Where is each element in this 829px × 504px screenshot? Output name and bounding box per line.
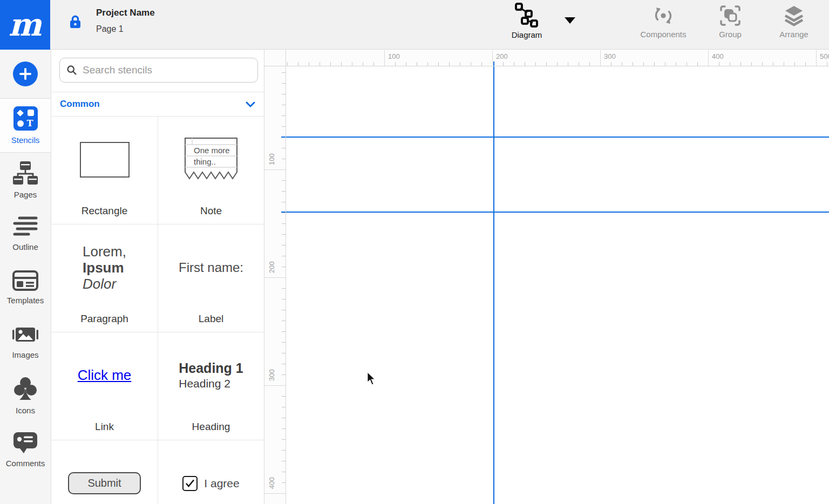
ruler-minor-tick <box>282 288 286 289</box>
stencil-grid: Rectangle One more thing.. Note <box>51 116 264 504</box>
ruler-minor-tick <box>643 62 644 66</box>
ruler-minor-tick <box>481 62 482 66</box>
ruler-tick-label: 300 <box>604 52 616 60</box>
ruler-minor-tick <box>740 62 741 66</box>
guide-horizontal[interactable] <box>286 212 829 213</box>
ruler-minor-tick <box>827 62 827 66</box>
stencil-heading[interactable]: Heading 1 Heading 2 Heading <box>158 332 264 440</box>
ruler-minor-tick <box>568 62 568 66</box>
ruler-minor-tick <box>282 407 286 407</box>
stencil-field-label[interactable]: First name: Label <box>158 224 264 332</box>
ruler-minor-tick <box>460 62 460 66</box>
ruler-minor-tick <box>773 62 773 66</box>
arrange-button[interactable]: Arrange <box>759 3 829 39</box>
ruler-minor-tick <box>751 62 752 66</box>
group-button[interactable]: Group <box>695 3 765 39</box>
ruler-major-tick <box>264 277 286 278</box>
stencil-button[interactable]: Submit <box>51 440 158 504</box>
ruler-minor-tick <box>730 62 730 66</box>
ruler-major-tick <box>264 493 286 494</box>
components-icon <box>628 3 698 28</box>
ruler-minor-tick <box>525 62 525 66</box>
stencil-panel: Common Rectangle One more <box>51 50 264 504</box>
stencil-note[interactable]: One more thing.. Note <box>158 117 264 224</box>
guide-tick <box>281 212 286 213</box>
ruler-minor-tick <box>282 418 286 418</box>
lock-icon[interactable] <box>68 15 83 32</box>
page-name[interactable]: Page 1 <box>96 24 155 34</box>
ruler-minor-tick <box>438 62 439 66</box>
components-label: Components <box>628 30 698 39</box>
components-button[interactable]: Components <box>628 3 698 39</box>
ruler-minor-tick <box>282 396 286 397</box>
diagram-icon <box>501 2 553 28</box>
ruler-minor-tick <box>373 62 374 66</box>
diagram-label: Diagram <box>501 30 553 39</box>
rail-item-icons[interactable]: Icons <box>0 369 51 423</box>
ruler-minor-tick <box>282 439 286 440</box>
rail-label: Images <box>12 350 38 359</box>
rail-item-comments[interactable]: Comments <box>0 423 51 476</box>
ruler-minor-tick <box>282 310 286 310</box>
rail-item-outline[interactable]: Outline <box>0 207 51 261</box>
ruler-minor-tick <box>330 62 331 66</box>
rectangle-preview <box>80 142 130 178</box>
stencil-checkbox[interactable]: I agree <box>158 440 264 504</box>
guide-vertical[interactable] <box>493 66 494 504</box>
rail-label: Pages <box>14 190 37 199</box>
rail-item-images[interactable]: Images <box>0 315 51 369</box>
project-name[interactable]: Project Name <box>96 6 155 19</box>
guide-tick <box>493 62 494 66</box>
canvas[interactable] <box>286 66 829 504</box>
stencil-link[interactable]: Click me Link <box>51 332 158 440</box>
ruler-minor-tick <box>282 267 286 267</box>
stencil-label: Note <box>158 205 264 217</box>
pages-icon <box>12 160 38 185</box>
ruler-minor-tick <box>449 62 450 66</box>
ruler-minor-tick <box>417 62 417 66</box>
ruler-minor-tick <box>282 461 286 461</box>
ruler-minor-tick <box>282 364 286 364</box>
ruler-minor-tick <box>320 62 320 66</box>
guide-horizontal[interactable] <box>286 137 829 138</box>
club-icon <box>12 376 38 401</box>
ruler-major-tick <box>816 50 817 66</box>
ruler-minor-tick <box>546 62 547 66</box>
stencil-label: Rectangle <box>51 205 158 217</box>
ruler-minor-tick <box>282 299 286 299</box>
add-button[interactable] <box>13 62 38 86</box>
rail-item-templates[interactable]: Templates <box>0 261 51 315</box>
mode-dropdown-caret[interactable] <box>565 17 575 24</box>
tool-diagram[interactable]: Diagram <box>501 2 553 47</box>
ruler-major-tick <box>708 50 709 66</box>
document-titles: Project Name Page 1 <box>96 6 155 34</box>
ruler-minor-tick <box>503 62 504 66</box>
section-label: Common <box>60 99 100 110</box>
chevron-down-icon <box>246 101 255 107</box>
stencil-rectangle[interactable]: Rectangle <box>51 117 158 224</box>
rail-item-stencils[interactable]: T Stencils <box>0 99 51 153</box>
vertical-ruler: 0100200300400 <box>264 66 286 504</box>
ruler-tick-label: 500 <box>820 52 829 60</box>
stencil-label: Heading <box>158 421 264 433</box>
ruler-minor-tick <box>282 223 286 224</box>
ruler-minor-tick <box>341 62 342 66</box>
ruler-minor-tick <box>352 62 352 66</box>
images-icon <box>12 324 39 345</box>
group-icon <box>695 3 765 28</box>
ruler-minor-tick <box>762 62 763 66</box>
rail-label: Templates <box>7 296 44 305</box>
search-input[interactable] <box>83 64 251 76</box>
stencil-paragraph[interactable]: Lorem, Ipsum Dolor Paragraph <box>51 224 158 332</box>
ruler-minor-tick <box>282 353 286 353</box>
app-logo[interactable]: m <box>0 0 50 50</box>
ruler-minor-tick <box>282 191 286 192</box>
section-header-common[interactable]: Common <box>51 92 264 116</box>
stencil-search[interactable] <box>59 58 258 83</box>
svg-text:thing..: thing.. <box>194 157 216 166</box>
stencils-icon: T <box>13 106 38 131</box>
ruler-minor-tick <box>611 62 611 66</box>
rail-item-pages[interactable]: Pages <box>0 153 51 207</box>
button-preview: Submit <box>68 472 140 494</box>
ruler-minor-tick <box>535 62 536 66</box>
